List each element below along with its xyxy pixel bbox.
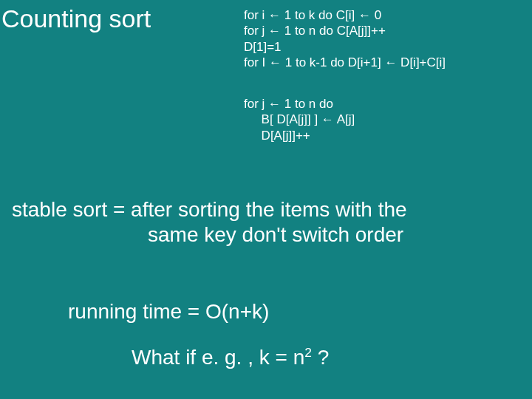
stable-sort-line-2: same key don't switch order <box>148 223 403 247</box>
pseudocode-block-1: for i ← 1 to k do C[i] ← 0 for j ← 1 to … <box>244 7 446 70</box>
running-time: running time = O(n+k) <box>68 300 269 324</box>
pseudocode-block-2: for j ← 1 to n do B[ D[A[j]] ] ← A[j] D[… <box>244 96 355 143</box>
stable-sort-line-1: stable sort = after sorting the items wi… <box>12 198 407 222</box>
what-if-post: ? <box>312 346 329 369</box>
what-if-pre: What if e. g. , k = n <box>132 346 304 369</box>
what-if-exponent: 2 <box>304 345 312 360</box>
slide-root: Counting sort for i ← 1 to k do C[i] ← 0… <box>0 0 532 399</box>
slide-title: Counting sort <box>1 4 151 33</box>
what-if-question: What if e. g. , k = n2 ? <box>132 346 329 369</box>
